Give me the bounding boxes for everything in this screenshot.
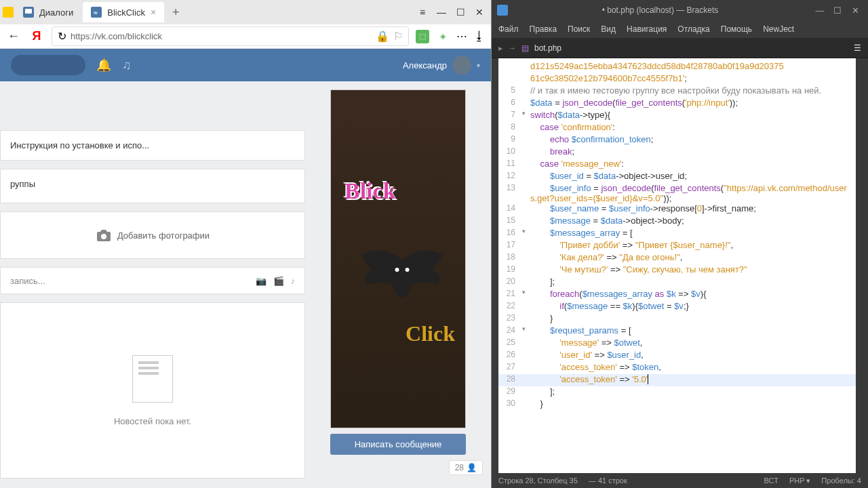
yandex-home-button[interactable]: Я (28, 28, 45, 45)
code-content[interactable]: // и так я имею тестовую группу все наст… (530, 85, 827, 98)
code-line[interactable]: 30 } (498, 399, 856, 411)
code-content[interactable]: d121s5249ac15ebba4347623ddcd58db4f28780a… (530, 61, 789, 73)
minimize-icon[interactable]: — (433, 3, 450, 21)
code-line[interactable]: 22 if($message == $k){$otwet = $v;} (498, 301, 856, 313)
code-line[interactable]: 18 'Как дела?' => "Да все огонь!", (498, 252, 856, 264)
code-content[interactable]: if($message == $k){$otwet = $v;} (530, 301, 694, 313)
code-line[interactable]: 10 break; (498, 146, 856, 159)
close-icon[interactable]: × (151, 7, 156, 18)
code-line[interactable]: 29 ]; (498, 386, 856, 399)
back-button[interactable]: ← (5, 28, 22, 45)
file-tab[interactable]: bot.php (534, 43, 561, 53)
code-line[interactable]: 6$data = json_decode(file_get_contents('… (498, 98, 856, 110)
bookmark-icon[interactable]: ⚐ (393, 30, 403, 43)
code-line[interactable]: 14 $user_name = $user_info->response[0]-… (498, 203, 856, 216)
menu-newject[interactable]: NewJect (763, 24, 794, 34)
extension-icon[interactable]: ⬚ (416, 30, 429, 43)
code-line[interactable]: 23 } (498, 313, 856, 325)
subscribers-badge[interactable]: 28 👤 (449, 460, 483, 475)
code-content[interactable]: 61c9c38502e12b794600b7cc4555f7b1'; (530, 73, 692, 85)
code-content[interactable]: $message = $data->object->body; (530, 216, 690, 228)
groups-box[interactable]: руппы (0, 169, 305, 203)
url-input[interactable]: ↻ https://vk.com/blickclick 🔒 ⚐ (52, 26, 409, 46)
insert-mode[interactable]: ВСТ (764, 476, 778, 485)
instruction-box[interactable]: Инструкция по установке и испо... (0, 130, 305, 161)
code-content[interactable]: $user_info = json_decode(file_get_conten… (530, 183, 856, 203)
music-icon[interactable]: ♫ (122, 58, 132, 73)
bell-icon[interactable]: 🔔 (96, 58, 111, 73)
menu-debug[interactable]: Отладка (677, 24, 709, 34)
menu-edit[interactable]: Правка (530, 24, 557, 34)
menu-view[interactable]: Вид (601, 24, 616, 34)
code-line[interactable]: 12 $user_id = $data->object->user_id; (498, 171, 856, 183)
code-content[interactable]: $request_params = [ (530, 325, 637, 338)
audio-attach-icon[interactable]: ♪ (291, 276, 296, 286)
vk-logo[interactable] (11, 55, 85, 75)
menu-help[interactable]: Помощь (721, 24, 752, 34)
close-window-icon[interactable]: ✕ (471, 3, 488, 21)
code-content[interactable]: } (530, 399, 549, 411)
code-line[interactable]: 15 $message = $data->object->body; (498, 216, 856, 228)
video-attach-icon[interactable]: 🎬 (273, 276, 284, 286)
maximize-icon[interactable]: ☐ (452, 3, 469, 21)
group-avatar[interactable]: Blick Click (330, 89, 466, 428)
fold-icon[interactable]: ▾ (522, 110, 530, 122)
code-line[interactable]: 16▾ $messages_array = [ (498, 228, 856, 240)
code-line[interactable]: 9 echo $confirmation_token; (498, 134, 856, 146)
code-line[interactable]: 21▾ foreach($messages_array as $k => $v)… (498, 289, 856, 301)
code-line[interactable]: 13 $user_info = json_decode(file_get_con… (498, 183, 856, 203)
code-line[interactable]: 19 'Че мутиш?' => "Сижу, скучаю, ты чем … (498, 264, 856, 277)
code-content[interactable]: break; (530, 146, 580, 159)
cursor-position[interactable]: Строка 28, Столбец 35 (498, 476, 578, 485)
menu-icon[interactable]: ≡ (414, 3, 431, 21)
reload-icon[interactable]: ↻ (58, 30, 66, 43)
download-icon[interactable]: ⭳ (473, 29, 486, 43)
new-tab-button[interactable]: + (165, 5, 186, 20)
code-line[interactable]: 8 case 'confirmation': (498, 122, 856, 134)
code-line[interactable]: 7▾switch($data->type){ (498, 110, 856, 122)
code-content[interactable]: case 'message_new': (530, 159, 629, 171)
add-photo-button[interactable]: Добавить фотографии (0, 211, 305, 259)
shield-icon[interactable]: ◈ (436, 30, 450, 43)
maximize-icon[interactable]: ☐ (830, 3, 845, 18)
code-content[interactable]: $user_name = $user_info->response[0]->fi… (530, 203, 762, 216)
code-line[interactable]: 5// и так я имею тестовую группу все нас… (498, 85, 856, 98)
code-line[interactable]: d121s5249ac15ebba4347623ddcd58db4f28780a… (498, 61, 856, 73)
fold-icon[interactable]: ▾ (522, 228, 530, 240)
code-content[interactable]: 'access_token' => '5.0' (530, 374, 654, 386)
code-content[interactable]: foreach($messages_array as $k => $v){ (530, 289, 712, 301)
code-content[interactable]: echo $confirmation_token; (530, 134, 658, 146)
code-line[interactable]: 26 'user_id' => $user_id, (498, 350, 856, 362)
minimize-icon[interactable]: — (812, 3, 827, 18)
menu-file[interactable]: Файл (498, 24, 519, 34)
code-content[interactable]: 'Как дела?' => "Да все огонь!", (530, 252, 688, 264)
yandex-icon[interactable] (3, 7, 14, 18)
code-content[interactable]: 'message' => $otwet, (530, 338, 648, 350)
code-line[interactable]: 61c9c38502e12b794600b7cc4555f7b1'; (498, 73, 856, 85)
write-message-button[interactable]: Написать сообщение (330, 434, 466, 455)
write-post-input[interactable]: запись... 📷 🎬 ♪ (0, 267, 305, 294)
close-icon[interactable]: ✕ (848, 3, 863, 18)
code-content[interactable]: $user_id = $data->object->user_id; (530, 171, 692, 183)
fold-icon[interactable]: ▾ (522, 325, 530, 338)
spaces-setting[interactable]: Пробелы: 4 (821, 476, 861, 485)
tab-blickclick[interactable]: w BlickClick × (83, 2, 164, 22)
code-content[interactable]: 'user_id' => $user_id, (530, 350, 649, 362)
code-content[interactable]: ]; (530, 386, 560, 399)
code-content[interactable]: case 'confirmation': (530, 122, 620, 134)
menu-search[interactable]: Поиск (568, 24, 590, 34)
nav-arrow-icon[interactable]: → (508, 43, 516, 53)
sidebar-toggle-icon[interactable]: ▸ (498, 43, 502, 53)
code-line[interactable]: 11 case 'message_new': (498, 159, 856, 171)
code-content[interactable]: 'access_token' => $token, (530, 362, 667, 374)
tab-dialogs[interactable]: Диалоги (15, 2, 81, 22)
code-line[interactable]: 28 'access_token' => '5.0' (498, 374, 856, 386)
vk-user-menu[interactable]: Александр ▾ (403, 56, 480, 75)
split-icon[interactable]: ☰ (854, 43, 861, 53)
code-content[interactable]: 'Че мутиш?' => "Сижу, скучаю, ты чем зан… (530, 264, 753, 277)
code-content[interactable]: ]; (530, 277, 560, 289)
code-content[interactable]: switch($data->type){ (530, 110, 616, 122)
code-content[interactable]: $data = json_decode(file_get_contents('p… (530, 98, 743, 110)
code-editor[interactable]: d121s5249ac15ebba4347623ddcd58db4f28780a… (498, 58, 856, 473)
code-line[interactable]: 24▾ $request_params = [ (498, 325, 856, 338)
